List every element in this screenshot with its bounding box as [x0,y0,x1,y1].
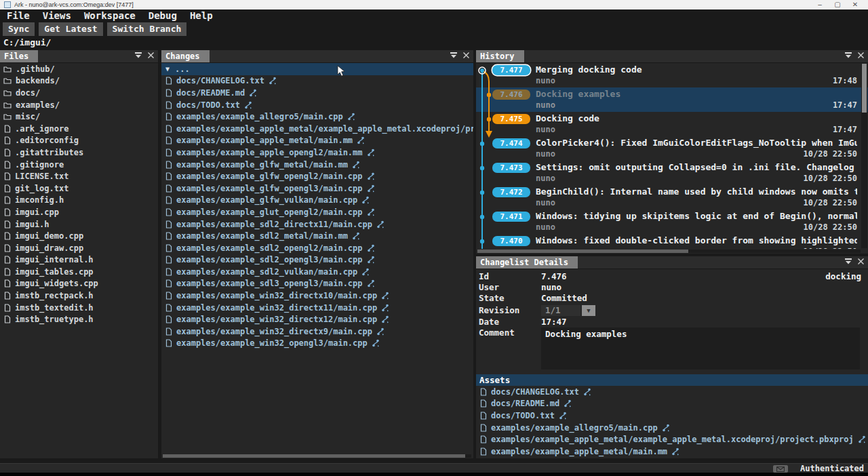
file-name: imgui_internal.h [15,255,94,264]
changed-file-row[interactable]: examples/example_sdl2_metal/main.mm [161,230,473,242]
asset-row[interactable]: docs/CHANGELOG.txt [476,386,868,398]
file-icon [479,424,487,432]
git-branch-icon [559,412,567,420]
file-row[interactable]: imgui_tables.cpp [0,266,158,278]
asset-row[interactable]: docs/TODO.txt [476,410,868,422]
comment-label: Comment [479,328,541,338]
close-icon[interactable] [857,52,865,59]
file-row[interactable]: .gitattributes [0,146,158,159]
changed-file-row[interactable]: examples/example_glfw_vulkan/main.cpp [161,195,473,207]
changed-file-row[interactable]: examples/example_glfw_opengl2/main.cpp [161,170,473,182]
toolbar-button[interactable]: Sync [3,22,35,36]
toolbar-button[interactable]: Get Latest [39,22,102,36]
changed-file-row[interactable]: examples/example_glut_opengl2/main.cpp [161,206,473,218]
changed-file-row[interactable]: examples/example_win32_directx11/main.cp… [161,302,473,314]
filter-icon[interactable] [844,52,852,59]
close-icon[interactable] [857,258,865,265]
history-entry[interactable]: 7.471 Windows: tidying up skipitems logi… [476,210,868,234]
revision-dropdown[interactable]: ▼ [582,305,595,316]
file-row[interactable]: git_log.txt [0,182,158,195]
menu-item[interactable]: Debug [149,10,177,21]
folder-row[interactable]: .github/ [0,63,158,75]
maximize-icon[interactable]: ▢ [829,0,846,9]
changed-file-row[interactable]: docs/CHANGELOG.txt [161,75,473,87]
minimize-icon[interactable]: – [811,0,829,9]
file-icon [3,279,11,287]
file-row[interactable]: imgui_widgets.cpp [0,278,158,290]
file-name: .editorconfig [15,136,79,145]
close-window-icon[interactable]: ✕ [846,0,864,9]
assets-header[interactable]: Assets [476,374,868,386]
filter-icon[interactable] [450,52,458,59]
changed-file-row[interactable]: examples/example_apple_opengl2/main.mm [161,146,473,159]
menu-item[interactable]: File [7,10,30,21]
changed-file-row[interactable]: examples/example_win32_directx10/main.cp… [161,290,473,302]
menu-item[interactable]: Help [190,10,213,21]
asset-row[interactable]: examples/example_apple_metal/main.mm [476,445,868,458]
changed-file-row[interactable]: examples/example_sdl3_opengl3/main.cpp [161,278,473,290]
changed-file-row[interactable]: docs/TODO.txt [161,99,473,111]
history-entry[interactable]: 7.472 BeginChild(): Internal name used b… [476,185,868,210]
file-row[interactable]: .ark_ignore [0,123,158,135]
file-name: .ark_ignore [15,124,68,134]
changed-file-row[interactable]: examples/example_glfw_opengl3/main.cpp [161,182,473,195]
folder-row[interactable]: examples/ [0,99,158,111]
changed-file-row[interactable]: examples/example_win32_directx12/main.cp… [161,313,473,325]
history-entry[interactable]: 7.475 Docking code nuno 17:47 [476,112,868,136]
git-branch-icon [361,268,370,276]
asset-row[interactable]: docs/README.md [476,398,868,410]
file-row[interactable]: imgui.cpp [0,206,158,218]
horizontal-scrollbar[interactable] [477,250,861,253]
file-row[interactable]: imgui_draw.cpp [0,242,158,254]
history-entry[interactable]: 7.470 Windows: fixed double-clicked bord… [476,234,868,249]
changed-file-row[interactable]: examples/example_allegro5/main.cpp [161,111,473,123]
comment-field[interactable]: Docking examples [541,328,860,370]
folder-row[interactable]: backends/ [0,75,158,87]
file-row[interactable]: .editorconfig [0,135,158,147]
vertical-scrollbar[interactable] [861,64,867,248]
menu-item[interactable]: Workspace [84,10,136,21]
changed-file-row[interactable]: examples/example_sdl2_directx11/main.cpp [161,218,473,231]
changed-file-path: examples/example_apple_metal/example_app… [176,124,473,134]
file-row[interactable]: LICENSE.txt [0,170,158,182]
changed-file-row[interactable]: examples/example_glfw_metal/main.mm [161,159,473,171]
file-row[interactable]: imstb_rectpack.h [0,290,158,302]
changed-file-row[interactable]: examples/example_apple_metal/main.mm [161,135,473,147]
history-entry[interactable]: 7.474 ColorPicker4(): Fixed ImGuiColorEd… [476,136,868,161]
changed-file-row[interactable]: examples/example_sdl2_opengl2/main.cpp [161,242,473,254]
file-row[interactable]: imconfig.h [0,195,158,207]
changed-file-row[interactable]: docs/README.md [161,87,473,99]
files-panel-title: Files [0,50,38,62]
changed-file-row[interactable]: examples/example_apple_metal/example_app… [161,123,473,135]
changes-group-row[interactable]: ▼ ... [161,63,473,75]
changed-file-row[interactable]: examples/example_win32_directx9/main.cpp [161,325,473,338]
folder-name: .github/ [16,64,55,74]
file-row[interactable]: imstb_truetype.h [0,313,158,325]
history-entry[interactable]: 7.477 Merging docking code nuno 17:48 [476,63,868,87]
file-row[interactable]: imgui_internal.h [0,254,158,266]
toolbar-button[interactable]: Switch Branch [107,22,187,36]
file-icon [165,279,172,287]
file-row[interactable]: .gitignore [0,159,158,171]
envelope-icon[interactable] [773,465,788,473]
commit-author: nuno [536,100,555,110]
asset-row[interactable]: examples/example_apple_metal/example_app… [476,433,868,445]
folder-row[interactable]: docs/ [0,87,158,99]
close-icon[interactable] [147,52,155,59]
commit-time: 17:47 [833,125,857,134]
file-row[interactable]: imgui.h [0,218,158,231]
file-row[interactable]: imgui_demo.cpp [0,230,158,242]
filter-icon[interactable] [844,258,852,265]
changed-file-row[interactable]: examples/example_sdl2_vulkan/main.cpp [161,266,473,278]
changed-file-row[interactable]: examples/example_sdl2_opengl3/main.cpp [161,254,473,266]
close-icon[interactable] [462,52,470,59]
history-entry[interactable]: 7.473 Settings: omit outputing Collapsed… [476,161,868,185]
history-entry[interactable]: 7.476 Docking examples nuno 17:47 [476,87,868,112]
horizontal-scrollbar[interactable] [163,454,471,458]
menu-item[interactable]: Views [43,10,71,21]
file-row[interactable]: imstb_textedit.h [0,302,158,314]
asset-row[interactable]: examples/example_allegro5/main.cpp [476,422,868,434]
changed-file-row[interactable]: examples/example_win32_opengl3/main.cpp [161,338,473,350]
filter-icon[interactable] [134,52,142,59]
folder-row[interactable]: misc/ [0,111,158,123]
